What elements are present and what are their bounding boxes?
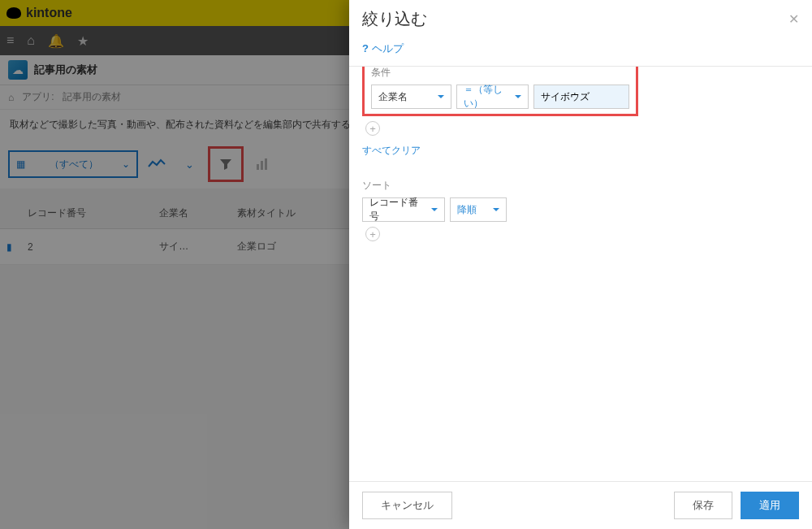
modal-header: 絞り込む ✕: [349, 0, 812, 37]
table-view-icon: ▦: [16, 158, 25, 170]
app-title: 記事用の素材: [34, 63, 97, 77]
close-icon[interactable]: ✕: [788, 11, 799, 27]
view-label: （すべて）: [50, 158, 98, 171]
chevron-down-icon[interactable]: ⌄: [175, 150, 203, 178]
graph-icon[interactable]: [143, 150, 171, 178]
sort-label: ソート: [362, 179, 799, 193]
svg-rect-2: [265, 158, 267, 170]
chevron-down-icon: ⌄: [122, 158, 130, 170]
help-link[interactable]: ヘルプ: [362, 42, 404, 54]
col-company[interactable]: 企業名: [153, 198, 231, 229]
home-icon[interactable]: ⌂: [27, 33, 35, 48]
condition-label: 条件: [371, 67, 629, 80]
help-row: ヘルプ: [349, 37, 812, 67]
condition-operator-value: ＝（等しい）: [464, 83, 507, 111]
condition-operator-select[interactable]: ＝（等しい）: [456, 85, 529, 109]
condition-row: 企業名 ＝（等しい）: [371, 85, 629, 109]
sort-field-select[interactable]: レコード番号: [362, 197, 445, 222]
clear-all-link[interactable]: すべてクリア: [362, 144, 421, 158]
save-button[interactable]: 保存: [674, 492, 732, 519]
detail-icon[interactable]: ▮: [6, 241, 12, 253]
sort-field-value: レコード番号: [369, 196, 423, 223]
app-icon: ☁: [8, 60, 28, 80]
star-icon[interactable]: ★: [77, 33, 89, 49]
breadcrumb-home-icon[interactable]: ⌂: [8, 92, 14, 103]
filter-modal: 絞り込む ✕ ヘルプ 条件 企業名 ＝（等しい） + すべてクリア ソート: [349, 0, 812, 529]
col-record-no[interactable]: レコード番号: [21, 198, 153, 229]
add-sort-button[interactable]: +: [365, 227, 380, 241]
svg-rect-1: [261, 161, 263, 170]
chart-icon[interactable]: [248, 150, 276, 178]
modal-title: 絞り込む: [362, 8, 427, 30]
breadcrumb-app[interactable]: 記事用の素材: [63, 90, 121, 104]
filter-button-highlight: [208, 146, 244, 182]
sort-direction-select[interactable]: 降順: [450, 197, 507, 222]
col-title[interactable]: 素材タイトル: [231, 198, 362, 229]
modal-body: 条件 企業名 ＝（等しい） + すべてクリア ソート レコード番号: [349, 67, 812, 481]
view-selector[interactable]: ▦ （すべて） ⌄: [8, 150, 138, 178]
cancel-button[interactable]: キャンセル: [362, 492, 452, 519]
apply-button[interactable]: 適用: [741, 492, 799, 519]
brand: kintone: [6, 6, 72, 20]
sort-row: レコード番号 降順: [362, 197, 799, 222]
breadcrumb-prefix: アプリ:: [22, 90, 54, 104]
modal-footer: キャンセル 保存 適用: [349, 481, 812, 529]
bell-icon[interactable]: 🔔: [48, 33, 64, 49]
condition-value-input[interactable]: [533, 85, 629, 109]
menu-icon[interactable]: ≡: [6, 33, 14, 48]
cell-company: サイ…: [153, 229, 231, 265]
condition-field-select[interactable]: 企業名: [371, 85, 451, 109]
condition-field-value: 企業名: [378, 90, 408, 104]
sort-section: ソート レコード番号 降順 +: [362, 179, 799, 241]
brand-icon: [6, 7, 21, 19]
cell-record-no: 2: [21, 229, 153, 265]
brand-text: kintone: [26, 6, 72, 20]
sort-direction-value: 降順: [457, 203, 477, 217]
condition-highlight-box: 条件 企業名 ＝（等しい）: [362, 67, 638, 116]
svg-rect-0: [257, 164, 259, 170]
filter-button[interactable]: [212, 150, 240, 178]
cell-title: 企業ロゴ: [231, 229, 362, 265]
